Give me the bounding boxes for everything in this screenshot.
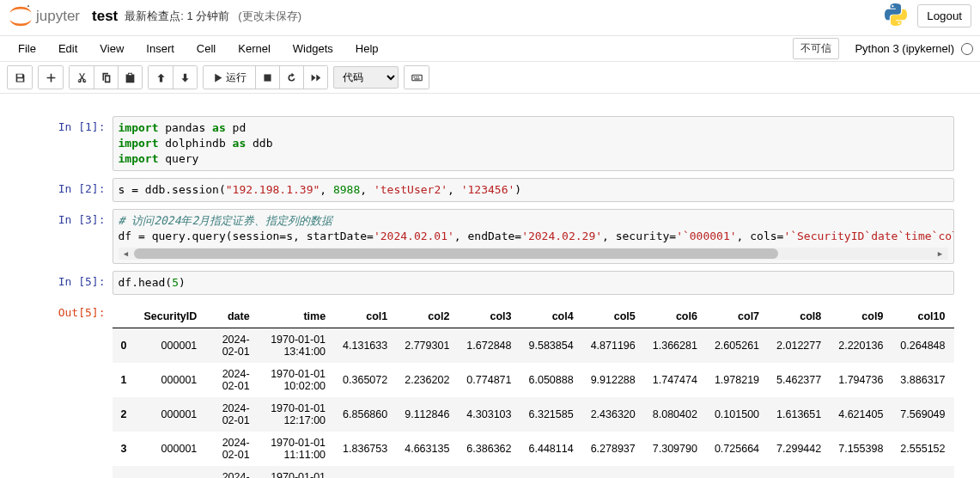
menu-kernel[interactable]: Kernel xyxy=(227,36,282,61)
menu-insert[interactable]: Insert xyxy=(135,36,186,61)
table-cell: 0.725664 xyxy=(706,432,768,466)
svg-rect-2 xyxy=(411,75,421,81)
row-index: 3 xyxy=(113,432,136,466)
table-header: col1 xyxy=(334,305,396,328)
table-header: col5 xyxy=(582,305,644,328)
table-cell: 9.583854 xyxy=(520,328,582,364)
svg-rect-3 xyxy=(413,76,415,77)
menu-help[interactable]: Help xyxy=(344,36,390,61)
table-cell: 0.397382 xyxy=(644,466,706,478)
arrow-up-icon xyxy=(155,72,167,83)
svg-rect-5 xyxy=(417,76,419,77)
move-up-button[interactable] xyxy=(149,66,173,89)
table-cell: 3.886317 xyxy=(892,363,953,397)
table-cell: 6.754124 xyxy=(768,466,830,478)
table-cell: 1970-01-01 10:02:00 xyxy=(259,363,334,397)
table-header: col6 xyxy=(644,305,706,328)
table-cell: 1.978219 xyxy=(706,363,768,397)
table-cell: 8.080402 xyxy=(644,397,706,432)
cell-type-select[interactable]: 代码 xyxy=(333,66,399,89)
menu-widgets[interactable]: Widgets xyxy=(282,36,344,61)
insert-cell-button[interactable] xyxy=(39,66,63,89)
table-cell: 2.605261 xyxy=(706,328,768,364)
table-cell: 000001 xyxy=(135,397,205,432)
logout-button[interactable]: Logout xyxy=(917,4,971,28)
save-button[interactable] xyxy=(8,66,32,89)
notebook-container: In [1]:import pandas as pd import dolphi… xyxy=(18,107,963,478)
input-area[interactable]: s = ddb.session("192.198.1.39", 8988, 't… xyxy=(113,178,954,202)
table-cell: 6.321585 xyxy=(520,397,582,432)
output-prompt: Out[5]: xyxy=(27,302,113,478)
table-cell: 7.155398 xyxy=(830,432,892,466)
notebook-title[interactable]: test xyxy=(92,8,118,25)
table-cell: 6.050888 xyxy=(520,363,582,397)
cut-button[interactable] xyxy=(70,66,94,89)
table-cell: 1.836753 xyxy=(334,432,396,466)
table-cell: 9.112846 xyxy=(396,397,458,432)
table-cell: 3.689425 xyxy=(396,466,458,478)
table-header: col7 xyxy=(706,305,768,328)
table-header: col8 xyxy=(768,305,830,328)
jupyter-logo[interactable]: jupyter xyxy=(9,4,80,28)
table-cell: 2.779301 xyxy=(396,328,458,364)
table-cell: 2024-02-01 xyxy=(205,328,258,364)
scroll-right-icon[interactable]: ▶ xyxy=(934,248,947,260)
table-header: time xyxy=(259,305,334,328)
code-cell[interactable]: In [2]:s = ddb.session("192.198.1.39", 8… xyxy=(27,178,954,202)
kernel-name[interactable]: Python 3 (ipykernel) xyxy=(855,42,954,55)
paste-button[interactable] xyxy=(118,66,142,89)
run-button[interactable]: 运行 xyxy=(204,66,255,89)
table-cell: 7.593913 xyxy=(520,466,582,478)
table-header xyxy=(113,305,136,328)
copy-button[interactable] xyxy=(94,66,118,89)
code-cell[interactable]: In [5]:df.head(5) xyxy=(27,271,954,295)
input-prompt: In [3]: xyxy=(27,209,113,264)
scroll-left-icon[interactable]: ◀ xyxy=(120,248,132,260)
table-cell: 2.220136 xyxy=(830,328,892,364)
row-index: 2 xyxy=(113,397,136,432)
move-down-button[interactable] xyxy=(173,66,197,89)
horizontal-scrollbar[interactable]: ◀▶ xyxy=(119,248,948,260)
input-area[interactable]: df.head(5) xyxy=(113,271,954,295)
table-header: date xyxy=(205,305,258,328)
restart-button[interactable] xyxy=(279,66,303,89)
jupyter-icon xyxy=(9,4,33,28)
menu-edit[interactable]: Edit xyxy=(47,36,88,61)
table-cell: 1970-01-01 13:41:00 xyxy=(259,328,334,364)
code-cell[interactable]: In [1]:import pandas as pd import dolphi… xyxy=(27,116,954,171)
interrupt-button[interactable] xyxy=(255,66,279,89)
table-cell: 000001 xyxy=(135,328,205,364)
input-area[interactable]: # 访问2024年2月指定证券、指定列的数据 df = query.query(… xyxy=(113,209,954,264)
dataframe-table: SecurityIDdatetimecol1col2col3col4col5co… xyxy=(113,305,954,478)
menu-file[interactable]: File xyxy=(7,36,47,61)
scroll-thumb[interactable] xyxy=(134,248,778,259)
table-cell: 0.365072 xyxy=(334,363,396,397)
table-cell: 1.318228 xyxy=(830,466,892,478)
svg-rect-4 xyxy=(415,76,417,77)
table-header: SecurityID xyxy=(135,305,205,328)
input-prompt: In [1]: xyxy=(27,116,113,171)
code-cell[interactable]: In [3]:# 访问2024年2月指定证券、指定列的数据 df = query… xyxy=(27,209,954,264)
output-area: SecurityIDdatetimecol1col2col3col4col5co… xyxy=(113,302,954,478)
table-cell: 1970-01-01 12:17:00 xyxy=(259,397,334,432)
restart-run-all-button[interactable] xyxy=(303,66,327,89)
app-name: jupyter xyxy=(36,8,80,25)
table-header: col10 xyxy=(892,305,953,328)
table-cell: 4.131633 xyxy=(334,328,396,364)
unsaved-indicator: (更改未保存) xyxy=(238,9,301,24)
paste-icon xyxy=(125,72,136,83)
menu-view[interactable]: View xyxy=(88,36,135,61)
trusted-indicator[interactable]: 不可信 xyxy=(793,38,839,59)
table-cell: 1970-01-01 11:11:00 xyxy=(259,432,334,466)
command-palette-button[interactable] xyxy=(405,66,429,89)
checkpoint-status: 最新检查点: 1 分钟前 xyxy=(125,9,229,24)
table-cell: 4.663135 xyxy=(396,432,458,466)
table-cell: 000001 xyxy=(135,432,205,466)
table-cell: 2024-02-01 xyxy=(205,363,258,397)
table-header: col4 xyxy=(520,305,582,328)
menu-cell[interactable]: Cell xyxy=(186,36,227,61)
input-area[interactable]: import pandas as pd import dolphindb as … xyxy=(113,116,954,171)
table-cell: 9.912288 xyxy=(582,363,644,397)
svg-rect-1 xyxy=(264,74,271,81)
table-cell: 0.101500 xyxy=(706,397,768,432)
